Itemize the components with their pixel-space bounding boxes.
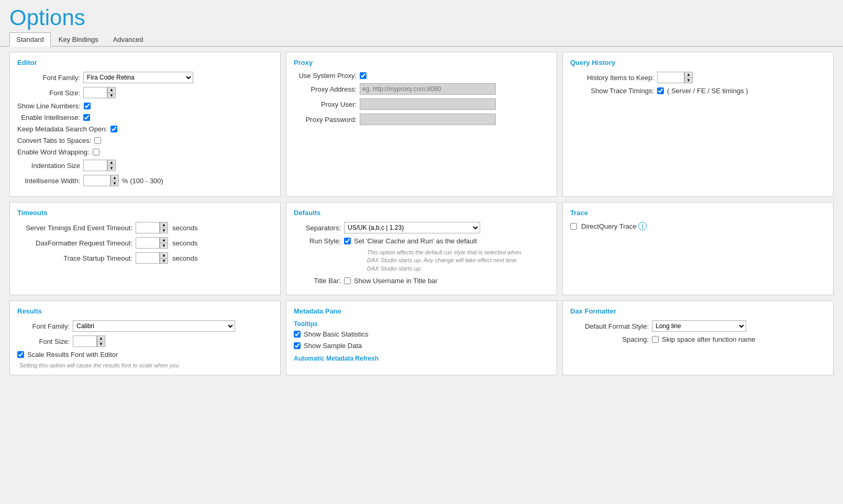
dax-formatter-spacing-checkbox[interactable] <box>652 336 659 343</box>
editor-indentation-size-down[interactable]: ▼ <box>107 165 116 171</box>
tab-standard[interactable]: Standard <box>9 32 51 47</box>
results-font-family-row: Font Family: Calibri <box>17 320 273 332</box>
editor-intellisense-width-input[interactable]: 100 <box>83 175 110 186</box>
results-font-size-label: Font Size: <box>17 338 70 345</box>
metadata-show-basic-stats-row: Show Basic Statistics <box>294 330 549 338</box>
results-font-size-down[interactable]: ▼ <box>97 341 105 347</box>
dax-formatter-spacing-row: Spacing: Skip space after function name <box>570 335 826 343</box>
proxy-panel: Proxy Use System Proxy: Proxy Address: P… <box>286 52 557 197</box>
query-history-title: Query History <box>570 59 826 66</box>
metadata-show-sample-data-checkbox[interactable] <box>294 342 301 349</box>
defaults-run-style-row: Run Style: Set 'Clear Cache and Run' as … <box>294 237 549 245</box>
results-scale-font-checkbox[interactable] <box>17 351 24 358</box>
editor-title: Editor <box>17 59 273 66</box>
defaults-run-style-label: Run Style: <box>294 237 341 245</box>
defaults-title-bar-label: Title Bar: <box>294 277 341 285</box>
proxy-password-row: Proxy Password: <box>294 114 549 125</box>
editor-font-size-label: Font Size: <box>17 89 80 97</box>
editor-indentation-size-row: Indentation Size 4 ▲ ▼ <box>17 160 273 171</box>
defaults-run-style-checkbox[interactable] <box>344 238 351 244</box>
dax-formatter-panel: Dax Formatter Default Format Style: Long… <box>562 300 834 375</box>
editor-indentation-size-up[interactable]: ▲ <box>107 160 116 165</box>
defaults-title-bar-text: Show Username in Title bar <box>354 277 438 285</box>
trace-direct-query-checkbox[interactable] <box>570 223 577 230</box>
query-history-trace-checkbox[interactable] <box>657 87 664 94</box>
editor-word-wrap-label: Enable Word Wrapping: <box>17 148 90 156</box>
metadata-show-basic-stats-checkbox[interactable] <box>294 331 301 338</box>
defaults-separators-label: Separators: <box>294 224 341 232</box>
results-title: Results <box>17 307 273 315</box>
results-scale-font-desc: Setting this option will cause the resul… <box>19 362 273 368</box>
editor-font-size-row: Font Size: 10.0 ▲ ▼ <box>17 87 273 98</box>
timeouts-trace-startup-label: Trace Startup Timeout: <box>17 254 132 262</box>
trace-info-icon[interactable]: i <box>638 222 647 230</box>
dax-formatter-title: Dax Formatter <box>570 307 826 315</box>
timeouts-daxformatter-label: DaxFormatter Request Timeout: <box>17 239 132 247</box>
proxy-user-input[interactable] <box>360 98 496 110</box>
timeouts-trace-startup-input[interactable]: 30 <box>136 252 160 264</box>
trace-panel: Trace DirectQuery Trace i <box>562 202 834 295</box>
metadata-pane-title: Metadata Pane <box>294 307 549 315</box>
editor-panel: Editor Font Family: Fira Code Retina Fon… <box>9 52 281 197</box>
editor-font-family-row: Font Family: Fira Code Retina <box>17 72 273 83</box>
timeouts-daxformatter-suffix: seconds <box>172 239 197 247</box>
defaults-title-bar-row: Title Bar: Show Username in Title bar <box>294 277 549 285</box>
timeouts-trace-startup-suffix: seconds <box>172 254 197 262</box>
defaults-title: Defaults <box>294 209 549 217</box>
defaults-separators-select[interactable]: US/UK (a,b,c | 1.23) EU (a;b;c | 1,23) <box>344 222 480 233</box>
dax-formatter-format-style-label: Default Format Style: <box>570 322 649 330</box>
editor-font-size-up[interactable]: ▲ <box>107 87 116 93</box>
tabs-bar: Standard Key Bindings Advanced <box>0 32 843 47</box>
proxy-address-label: Proxy Address: <box>294 85 357 93</box>
proxy-user-label: Proxy User: <box>294 100 357 108</box>
results-font-size-up[interactable]: ▲ <box>97 335 105 341</box>
editor-intellisense-checkbox[interactable] <box>83 114 90 121</box>
editor-indentation-size-input[interactable]: 4 <box>83 160 107 171</box>
results-font-family-select[interactable]: Calibri <box>73 320 235 332</box>
trace-direct-query-row: DirectQuery Trace i <box>570 222 826 230</box>
tab-advanced[interactable]: Advanced <box>106 32 150 46</box>
dax-formatter-format-style-row: Default Format Style: Long line Short li… <box>570 320 826 332</box>
editor-intellisense-width-label: Intellisense Width: <box>17 177 80 185</box>
query-history-items-down[interactable]: ▼ <box>684 77 693 83</box>
editor-intellisense-width-suffix: % (100 - 300) <box>122 177 163 185</box>
editor-word-wrap-checkbox[interactable] <box>93 149 99 155</box>
query-history-items-up[interactable]: ▲ <box>684 72 693 77</box>
proxy-address-input[interactable] <box>360 83 496 95</box>
editor-font-family-select[interactable]: Fira Code Retina <box>83 72 193 83</box>
proxy-password-label: Proxy Password: <box>294 116 357 124</box>
timeouts-trace-startup-down[interactable]: ▼ <box>160 258 168 264</box>
editor-show-line-numbers-label: Show Line Numbers: <box>17 102 81 110</box>
metadata-pane-panel: Metadata Pane Tooltips Show Basic Statis… <box>286 300 557 375</box>
results-font-size-input[interactable]: 10.0 <box>73 335 97 347</box>
timeouts-panel: Timeouts Server Timings End Event Timeou… <box>9 202 281 295</box>
editor-intellisense-width-down[interactable]: ▼ <box>110 181 119 186</box>
timeouts-daxformatter-down[interactable]: ▼ <box>160 243 168 249</box>
tab-key-bindings[interactable]: Key Bindings <box>52 32 105 46</box>
timeouts-server-timings-down[interactable]: ▼ <box>160 228 168 233</box>
editor-font-size-input[interactable]: 10.0 <box>83 87 107 98</box>
metadata-tooltips-title: Tooltips <box>294 320 549 328</box>
timeouts-server-timings-up[interactable]: ▲ <box>160 222 168 228</box>
defaults-title-bar-checkbox[interactable] <box>344 277 351 284</box>
timeouts-trace-startup-up[interactable]: ▲ <box>160 252 168 258</box>
editor-keep-metadata-checkbox[interactable] <box>110 126 117 132</box>
editor-show-line-numbers-checkbox[interactable] <box>84 103 91 109</box>
proxy-user-row: Proxy User: <box>294 98 549 110</box>
proxy-use-system-checkbox[interactable] <box>360 72 367 79</box>
main-content: Editor Font Family: Fira Code Retina Fon… <box>0 47 843 380</box>
timeouts-server-timings-label: Server Timings End Event Timeout: <box>17 224 132 232</box>
query-history-trace-suffix: ( Server / FE / SE timings ) <box>667 87 748 95</box>
query-history-items-input[interactable]: 200 <box>657 72 684 83</box>
timeouts-daxformatter-up[interactable]: ▲ <box>160 237 168 243</box>
editor-intellisense-width-up[interactable]: ▲ <box>110 175 119 181</box>
proxy-password-input[interactable] <box>360 114 496 125</box>
query-history-trace-row: Show Trace Timings: ( Server / FE / SE t… <box>570 87 826 95</box>
editor-font-size-down[interactable]: ▼ <box>107 93 116 98</box>
timeouts-server-timings-input[interactable]: 5 <box>136 222 160 233</box>
dax-formatter-format-style-select[interactable]: Long line Short line <box>652 320 746 332</box>
editor-convert-tabs-checkbox[interactable] <box>94 137 101 144</box>
proxy-address-row: Proxy Address: <box>294 83 549 95</box>
timeouts-daxformatter-input[interactable]: 10 <box>136 237 160 249</box>
dax-formatter-spacing-text: Skip space after function name <box>662 335 756 343</box>
